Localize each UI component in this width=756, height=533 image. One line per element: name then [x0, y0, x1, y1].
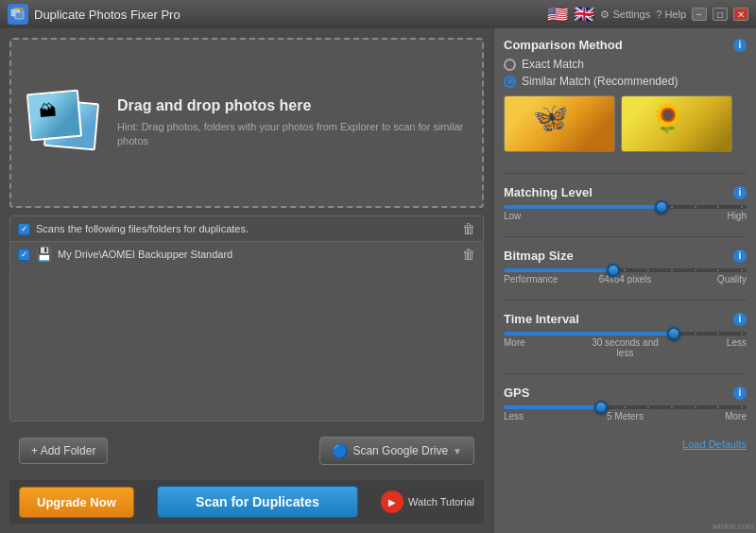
comparison-radio-group: Exact Match Similar Match (Recommended) [504, 58, 747, 88]
drop-heading: Drag and drop photos here [117, 97, 467, 114]
help-link[interactable]: ? Help [656, 9, 686, 20]
matching-level-high: High [727, 211, 747, 221]
bitmap-quality-label: Quality [665, 274, 747, 284]
similar-match-radio[interactable] [504, 76, 516, 88]
svg-rect-1 [15, 12, 24, 19]
main-layout: Drag and drop photos here Hint: Drag pho… [0, 28, 756, 533]
time-interval-track[interactable] [504, 332, 747, 335]
bitmap-size-title: Bitmap Size [504, 249, 574, 263]
comparison-method-title: Comparison Method [504, 38, 623, 52]
bitmap-size-thumb[interactable] [607, 264, 620, 277]
load-defaults-link[interactable]: Load Defaults [504, 438, 747, 450]
bitmap-size-fill [504, 268, 613, 272]
gps-fill [504, 405, 601, 409]
bitmap-perf-label: Performance [504, 274, 585, 284]
comparison-info-icon[interactable]: i [733, 39, 747, 52]
select-all-checkbox[interactable]: ✓ [18, 223, 30, 235]
matching-level-info-icon[interactable]: i [733, 186, 747, 199]
time-interval-section: Time Interval i More 30 seconds and le [504, 312, 747, 358]
time-interval-fill [504, 332, 674, 335]
comparison-thumbnails [504, 95, 747, 152]
exact-match-radio[interactable] [504, 59, 516, 71]
dropdown-arrow-icon: ▼ [453, 446, 462, 456]
matching-level-section: Matching Level i Low High [504, 185, 747, 221]
matching-level-track[interactable] [504, 205, 747, 209]
app-icon [8, 4, 28, 25]
scan-google-button[interactable]: 🔵 Scan Google Drive ▼ [319, 437, 474, 465]
watch-tutorial-button[interactable]: ▶ Watch Tutorial [381, 490, 474, 513]
matching-level-title: Matching Level [504, 185, 593, 199]
minimize-button[interactable]: − [692, 8, 707, 21]
list-item: ✓ 💾 My Drive\AOMEI Backupper Standard 🗑 [10, 242, 483, 267]
thumbnail-flower [621, 95, 732, 152]
file-list-header: ✓ Scans the following files/folders for … [10, 216, 483, 242]
item-name: My Drive\AOMEI Backupper Standard [58, 249, 232, 260]
drive-icon: 💾 [36, 247, 52, 262]
settings-link[interactable]: ⚙ Settings [600, 9, 650, 21]
exact-match-option[interactable]: Exact Match [504, 58, 747, 71]
watermark: wiskin.com [713, 522, 754, 531]
gps-info-icon[interactable]: i [733, 387, 747, 400]
scan-duplicates-button[interactable]: Scan for Duplicates [157, 486, 358, 518]
delete-all-icon[interactable]: 🗑 [462, 221, 475, 236]
gps-more-label: More [665, 411, 747, 421]
gps-title: GPS [504, 386, 529, 400]
matching-level-low: Low [504, 211, 521, 221]
play-icon: ▶ [381, 490, 404, 513]
file-list-header-text: Scans the following files/folders for du… [36, 223, 249, 234]
time-interval-more-label: More [504, 337, 585, 358]
time-interval-title: Time Interval [504, 312, 579, 326]
bitmap-size-info-icon[interactable]: i [733, 249, 747, 263]
bottom-bar: + Add Folder 🔵 Scan Google Drive ▼ [9, 429, 484, 473]
delete-item-icon[interactable]: 🗑 [462, 247, 475, 262]
file-list-container: ✓ Scans the following files/folders for … [9, 215, 484, 421]
left-panel: Drag and drop photos here Hint: Drag pho… [0, 28, 493, 533]
comparison-method-section: Comparison Method i Exact Match Similar … [504, 38, 747, 158]
gps-section: GPS i Less 5 Meters More [504, 386, 747, 421]
matching-level-thumb[interactable] [655, 200, 668, 214]
item-checkbox[interactable]: ✓ [18, 249, 30, 261]
thumbnail-butterfly [504, 95, 615, 152]
gps-less-label: Less [504, 411, 585, 421]
bitmap-size-track[interactable] [504, 268, 747, 272]
maximize-button[interactable]: □ [713, 8, 728, 21]
action-bar: Upgrade Now Scan for Duplicates ▶ Watch … [9, 480, 484, 524]
right-panel: Comparison Method i Exact Match Similar … [493, 28, 756, 533]
bitmap-size-section: Bitmap Size i Performance 64x64 pixels [504, 249, 747, 284]
add-folder-button[interactable]: + Add Folder [19, 438, 108, 464]
title-bar: Duplicate Photos Fixer Pro 🇺🇸 🇬🇧 ⚙ Setti… [0, 0, 756, 28]
time-interval-center-label: 30 seconds and less [585, 337, 666, 358]
time-interval-less-label: Less [665, 337, 747, 358]
similar-match-option[interactable]: Similar Match (Recommended) [504, 75, 747, 88]
gps-track[interactable] [504, 405, 747, 409]
time-interval-thumb[interactable] [667, 327, 680, 340]
gps-thumb[interactable] [594, 401, 608, 414]
photo-icon [26, 90, 102, 156]
matching-level-fill [504, 205, 662, 209]
app-title: Duplicate Photos Fixer Pro [34, 8, 180, 22]
upgrade-button[interactable]: Upgrade Now [19, 487, 134, 518]
drop-zone[interactable]: Drag and drop photos here Hint: Drag pho… [9, 38, 484, 208]
time-interval-info-icon[interactable]: i [733, 313, 747, 326]
bitmap-center-label: 64x64 pixels [585, 274, 666, 284]
google-drive-icon: 🔵 [332, 443, 348, 458]
drop-hint: Hint: Drag photos, folders with your pho… [117, 120, 467, 149]
close-button[interactable]: ✕ [733, 8, 748, 21]
